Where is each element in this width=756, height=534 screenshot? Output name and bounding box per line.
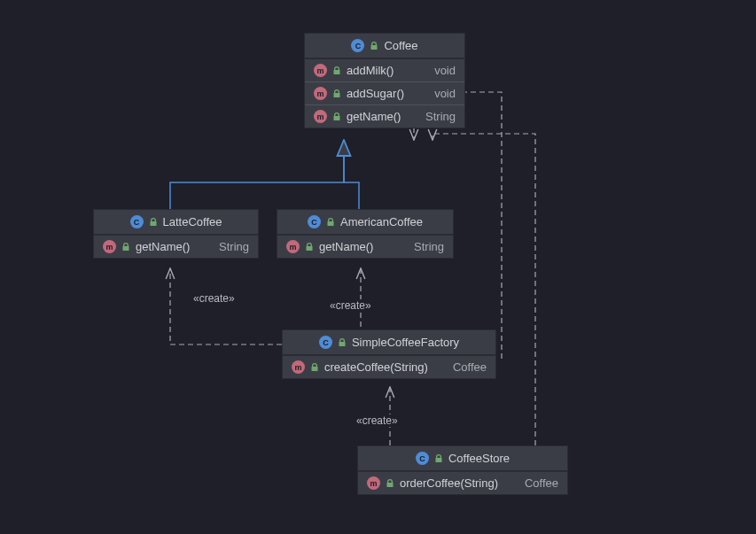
lock-icon bbox=[305, 243, 314, 252]
lock-icon bbox=[386, 479, 394, 488]
class-coffee[interactable]: C Coffee m addMilk() void m addSugar() v… bbox=[304, 33, 465, 128]
lock-icon bbox=[326, 218, 335, 227]
member-row[interactable]: m getName() String bbox=[305, 104, 464, 128]
members: m createCoffee(String) Coffee bbox=[283, 355, 495, 378]
class-icon: C bbox=[308, 215, 321, 228]
stereotype-create: «create» bbox=[191, 292, 237, 305]
class-coffee-store[interactable]: C CoffeeStore m orderCoffee(String) Coff… bbox=[357, 445, 568, 495]
lock-icon bbox=[332, 112, 341, 121]
member-name: addMilk() bbox=[347, 64, 394, 77]
member-return: void bbox=[424, 87, 456, 100]
class-name: SimpleCoffeeFactory bbox=[352, 336, 459, 349]
class-icon: C bbox=[319, 336, 332, 349]
stereotype-create: «create» bbox=[355, 414, 400, 427]
method-icon: m bbox=[103, 240, 116, 253]
member-name: addSugar() bbox=[347, 87, 404, 100]
lock-icon bbox=[370, 42, 378, 50]
lock-icon bbox=[332, 89, 341, 98]
member-row[interactable]: m addMilk() void bbox=[305, 59, 464, 81]
lock-icon bbox=[121, 243, 130, 252]
method-icon: m bbox=[314, 87, 327, 100]
class-american-coffee[interactable]: C AmericanCoffee m getName() String bbox=[277, 209, 454, 259]
class-icon: C bbox=[351, 39, 364, 52]
member-row[interactable]: m getName() String bbox=[94, 236, 258, 258]
members: m addMilk() void m addSugar() void m get… bbox=[305, 58, 464, 128]
member-return: String bbox=[415, 110, 456, 123]
class-title-row: C SimpleCoffeeFactory bbox=[283, 330, 495, 355]
member-return: Coffee bbox=[442, 360, 487, 374]
member-return: Coffee bbox=[514, 476, 558, 490]
member-name: getName() bbox=[136, 240, 190, 253]
class-title-row: C AmericanCoffee bbox=[277, 210, 453, 235]
stereotype-create: «create» bbox=[328, 299, 373, 312]
member-return: String bbox=[208, 240, 249, 253]
members: m getName() String bbox=[94, 235, 258, 258]
method-icon: m bbox=[314, 64, 327, 77]
class-name: LatteCoffee bbox=[163, 215, 222, 228]
member-name: createCoffee(String) bbox=[324, 360, 428, 374]
member-name: getName() bbox=[319, 240, 373, 253]
lock-icon bbox=[332, 66, 341, 75]
class-title-row: C Coffee bbox=[305, 34, 464, 58]
lock-icon bbox=[310, 363, 319, 372]
lock-icon bbox=[434, 454, 443, 463]
class-name: CoffeeStore bbox=[448, 452, 510, 465]
method-icon: m bbox=[367, 476, 380, 490]
member-row[interactable]: m addSugar() void bbox=[305, 81, 464, 104]
class-name: Coffee bbox=[384, 39, 417, 52]
member-row[interactable]: m orderCoffee(String) Coffee bbox=[358, 472, 567, 494]
class-icon: C bbox=[130, 215, 144, 228]
member-name: getName() bbox=[347, 110, 401, 123]
lock-icon bbox=[149, 218, 158, 227]
method-icon: m bbox=[286, 240, 300, 253]
members: m getName() String bbox=[277, 235, 453, 258]
class-name: AmericanCoffee bbox=[340, 215, 423, 228]
class-simple-coffee-factory[interactable]: C SimpleCoffeeFactory m createCoffee(Str… bbox=[282, 329, 496, 379]
member-return: String bbox=[403, 240, 444, 253]
members: m orderCoffee(String) Coffee bbox=[358, 471, 567, 494]
class-icon: C bbox=[416, 452, 429, 465]
class-title-row: C CoffeeStore bbox=[358, 446, 567, 471]
method-icon: m bbox=[314, 110, 327, 123]
class-title-row: C LatteCoffee bbox=[94, 210, 258, 235]
member-row[interactable]: m createCoffee(String) Coffee bbox=[283, 356, 495, 378]
method-icon: m bbox=[292, 360, 305, 374]
member-row[interactable]: m getName() String bbox=[277, 236, 453, 258]
lock-icon bbox=[338, 338, 347, 347]
member-return: void bbox=[424, 64, 456, 77]
member-name: orderCoffee(String) bbox=[400, 476, 498, 490]
class-latte-coffee[interactable]: C LatteCoffee m getName() String bbox=[93, 209, 259, 259]
